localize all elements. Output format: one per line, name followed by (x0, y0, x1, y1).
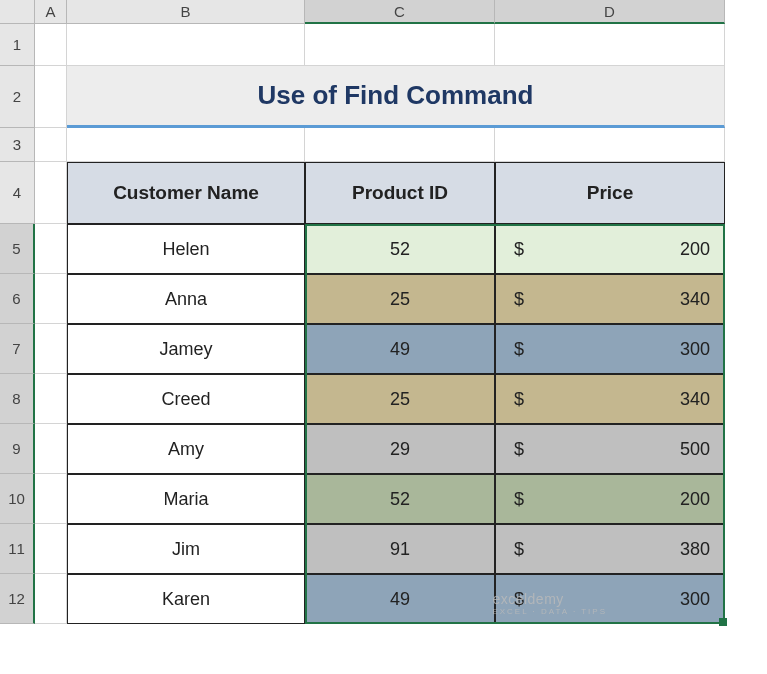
cell-name[interactable]: Creed (67, 374, 305, 424)
title-cell[interactable]: Use of Find Command (67, 66, 725, 128)
table-row: 8Creed25$340 (0, 374, 725, 424)
table-body: 5Helen52$2006Anna25$3407Jamey49$3008Cree… (0, 224, 725, 624)
row-header-11[interactable]: 11 (0, 524, 35, 574)
cell-A3[interactable] (35, 128, 67, 162)
row-header-9[interactable]: 9 (0, 424, 35, 474)
price-value: 200 (680, 489, 710, 510)
price-value: 380 (680, 539, 710, 560)
cell-price[interactable]: $340 (495, 274, 725, 324)
currency-symbol: $ (514, 239, 524, 260)
table-row: 11Jim91$380 (0, 524, 725, 574)
cell-product-id[interactable]: 52 (305, 474, 495, 524)
cell-product-id[interactable]: 29 (305, 424, 495, 474)
row-header-1[interactable]: 1 (0, 24, 35, 66)
price-value: 340 (680, 289, 710, 310)
cell-price[interactable]: $380 (495, 524, 725, 574)
cell-product-id[interactable]: 91 (305, 524, 495, 574)
cell-product-id[interactable]: 49 (305, 574, 495, 624)
cell-price[interactable]: $300 (495, 574, 725, 624)
table-row: 6Anna25$340 (0, 274, 725, 324)
currency-symbol: $ (514, 339, 524, 360)
price-value: 340 (680, 389, 710, 410)
col-header-D[interactable]: D (495, 0, 725, 24)
row-header-8[interactable]: 8 (0, 374, 35, 424)
cell-B3[interactable] (67, 128, 305, 162)
currency-symbol: $ (514, 589, 524, 610)
cell-D3[interactable] (495, 128, 725, 162)
currency-symbol: $ (514, 389, 524, 410)
col-header-C[interactable]: C (305, 0, 495, 24)
row-header-4[interactable]: 4 (0, 162, 35, 224)
cell-name[interactable]: Anna (67, 274, 305, 324)
row-header-7[interactable]: 7 (0, 324, 35, 374)
cell-price[interactable]: $200 (495, 474, 725, 524)
table-row: 10Maria52$200 (0, 474, 725, 524)
col-header-A[interactable]: A (35, 0, 67, 24)
cell-A4[interactable] (35, 162, 67, 224)
table-row: 12Karen49$300 (0, 574, 725, 624)
cell-A1[interactable] (35, 24, 67, 66)
price-value: 500 (680, 439, 710, 460)
price-value: 300 (680, 589, 710, 610)
header-price[interactable]: Price (495, 162, 725, 224)
cell-A11[interactable] (35, 524, 67, 574)
row-header-12[interactable]: 12 (0, 574, 35, 624)
row-header-6[interactable]: 6 (0, 274, 35, 324)
cell-A5[interactable] (35, 224, 67, 274)
column-headers: A B C D (0, 0, 725, 24)
cell-product-id[interactable]: 25 (305, 374, 495, 424)
cell-A8[interactable] (35, 374, 67, 424)
cell-name[interactable]: Jamey (67, 324, 305, 374)
currency-symbol: $ (514, 439, 524, 460)
table-row: 7Jamey49$300 (0, 324, 725, 374)
cell-C1[interactable] (305, 24, 495, 66)
row-header-3[interactable]: 3 (0, 128, 35, 162)
cell-A6[interactable] (35, 274, 67, 324)
header-customer-name[interactable]: Customer Name (67, 162, 305, 224)
price-value: 200 (680, 239, 710, 260)
currency-symbol: $ (514, 489, 524, 510)
cell-name[interactable]: Amy (67, 424, 305, 474)
cell-product-id[interactable]: 52 (305, 224, 495, 274)
cell-name[interactable]: Maria (67, 474, 305, 524)
cell-A10[interactable] (35, 474, 67, 524)
row-header-5[interactable]: 5 (0, 224, 35, 274)
row-header-10[interactable]: 10 (0, 474, 35, 524)
cell-D1[interactable] (495, 24, 725, 66)
currency-symbol: $ (514, 539, 524, 560)
cell-A12[interactable] (35, 574, 67, 624)
cell-price[interactable]: $300 (495, 324, 725, 374)
cell-name[interactable]: Helen (67, 224, 305, 274)
cell-A9[interactable] (35, 424, 67, 474)
col-header-B[interactable]: B (67, 0, 305, 24)
cell-product-id[interactable]: 49 (305, 324, 495, 374)
cell-B1[interactable] (67, 24, 305, 66)
cell-product-id[interactable]: 25 (305, 274, 495, 324)
cell-price[interactable]: $340 (495, 374, 725, 424)
cell-C3[interactable] (305, 128, 495, 162)
cell-price[interactable]: $200 (495, 224, 725, 274)
header-product-id[interactable]: Product ID (305, 162, 495, 224)
table-row: 5Helen52$200 (0, 224, 725, 274)
price-value: 300 (680, 339, 710, 360)
grid-rows: 1 2 Use of Find Command 3 4 Customer Nam… (0, 24, 725, 624)
row-header-2[interactable]: 2 (0, 66, 35, 128)
table-row: 9Amy29$500 (0, 424, 725, 474)
select-all-corner[interactable] (0, 0, 35, 24)
cell-name[interactable]: Jim (67, 524, 305, 574)
cell-price[interactable]: $500 (495, 424, 725, 474)
cell-A2[interactable] (35, 66, 67, 128)
cell-name[interactable]: Karen (67, 574, 305, 624)
currency-symbol: $ (514, 289, 524, 310)
cell-A7[interactable] (35, 324, 67, 374)
spreadsheet-grid[interactable]: A B C D 1 2 Use of Find Command 3 (0, 0, 725, 624)
